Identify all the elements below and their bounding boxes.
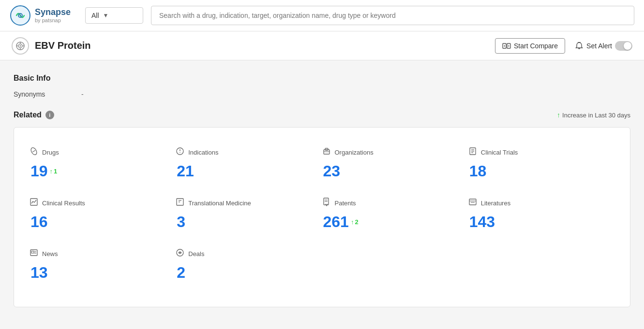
related-item-label-news: News <box>42 250 58 257</box>
related-item-count-clinical-results: 16 <box>30 213 176 231</box>
related-section: Related i ↑ Increase in Last 30 days Dru… <box>14 111 630 307</box>
related-item-label-organizations: Organizations <box>335 149 374 156</box>
related-item-organizations[interactable]: Organizations 23 <box>322 141 468 192</box>
count-number-organizations: 23 <box>323 162 341 180</box>
related-item-indications[interactable]: Indications 21 <box>176 141 322 192</box>
logo-area: Synapse by patsnap <box>10 5 77 26</box>
related-item-clinical-results[interactable]: Clinical Results 16 <box>30 192 176 243</box>
svg-point-2 <box>20 15 21 16</box>
related-header: Related i ↑ Increase in Last 30 days <box>14 111 630 119</box>
synonyms-row: Synonyms - <box>14 90 630 108</box>
target-icon <box>12 37 29 55</box>
increase-label: Increase in Last 30 days <box>562 112 630 119</box>
related-item-count-clinical-trials: 18 <box>468 162 614 180</box>
synonyms-label: Synonyms <box>14 90 72 98</box>
badge-number: 2 <box>355 218 358 226</box>
dropdown-selected-label: All <box>91 12 99 19</box>
related-item-header-organizations: Organizations <box>322 147 468 157</box>
count-number-clinical-results: 16 <box>30 213 48 231</box>
count-number-translational-medicine: 3 <box>177 213 185 231</box>
basic-info-section: Basic Info Synonyms - <box>14 74 630 108</box>
related-item-count-news: 13 <box>30 264 176 282</box>
start-compare-button[interactable]: Start Compare <box>495 38 565 54</box>
related-item-count-translational-medicine: 3 <box>176 213 322 231</box>
search-input[interactable] <box>159 12 626 19</box>
count-number-indications: 21 <box>177 162 194 180</box>
logo-text: Synapse by patsnap <box>35 8 71 23</box>
count-number-deals: 2 <box>177 264 185 282</box>
related-item-label-indications: Indications <box>188 149 218 156</box>
related-item-label-translational-medicine: Translational Medicine <box>188 200 251 207</box>
related-title: Related <box>14 111 42 119</box>
count-number-literatures: 143 <box>469 213 495 231</box>
related-item-patents[interactable]: Patents 261 ↑ 2 <box>322 192 468 243</box>
related-item-literatures[interactable]: Literatures 143 <box>468 192 614 243</box>
logo-patsnap-label: by patsnap <box>35 17 71 23</box>
increase-arrow-icon: ↑ <box>557 111 560 119</box>
related-info-icon[interactable]: i <box>45 111 54 119</box>
related-item-label-patents: Patents <box>335 200 356 207</box>
compare-icon <box>502 42 511 50</box>
patents-icon <box>322 198 331 208</box>
svg-rect-34 <box>469 199 476 205</box>
basic-info-title: Basic Info <box>14 74 630 83</box>
count-badge-drugs: ↑ 1 <box>50 168 58 175</box>
translational-medicine-icon <box>176 198 184 208</box>
svg-rect-38 <box>31 251 34 253</box>
set-alert-area: Set Alert <box>575 41 632 51</box>
svg-point-19 <box>180 152 180 153</box>
related-item-label-literatures: Literatures <box>481 200 510 207</box>
related-item-header-drugs: Drugs <box>30 147 176 157</box>
related-item-label-clinical-trials: Clinical Trials <box>481 149 518 156</box>
clinical-trials-icon <box>468 147 477 157</box>
badge-arrow-icon: ↑ <box>50 168 53 175</box>
page-title: EBV Protein <box>35 40 489 51</box>
logo-icon <box>10 5 31 26</box>
set-alert-label: Set Alert <box>586 42 612 50</box>
related-item-count-indications: 21 <box>176 162 322 180</box>
search-input-wrapper[interactable] <box>151 6 634 25</box>
page-title-bar: EBV Protein Start Compare Set Alert <box>0 31 644 60</box>
related-item-header-clinical-results: Clinical Results <box>30 198 176 208</box>
start-compare-label: Start Compare <box>514 42 558 50</box>
news-icon <box>30 248 38 259</box>
svg-rect-21 <box>325 148 328 150</box>
related-item-header-translational-medicine: Translational Medicine <box>176 198 322 208</box>
bell-icon <box>575 42 584 50</box>
related-item-label-deals: Deals <box>188 250 204 257</box>
indications-icon <box>176 147 184 157</box>
related-item-label-drugs: Drugs <box>42 149 59 156</box>
header-actions: Start Compare Set Alert <box>495 38 632 54</box>
related-card: Drugs 19 ↑ 1 Indications 21 Organization… <box>14 127 630 307</box>
related-title-area: Related i <box>14 111 54 119</box>
related-item-count-patents: 261 ↑ 2 <box>322 213 468 231</box>
related-item-header-clinical-trials: Clinical Trials <box>468 147 614 157</box>
related-item-count-deals: 2 <box>176 264 322 282</box>
logo-synapse-label: Synapse <box>35 8 71 17</box>
svg-point-42 <box>180 252 181 254</box>
related-item-translational-medicine[interactable]: Translational Medicine 3 <box>176 192 322 243</box>
svg-line-16 <box>32 150 35 152</box>
related-item-header-news: News <box>30 248 176 259</box>
related-item-drugs[interactable]: Drugs 19 ↑ 1 <box>30 141 176 192</box>
related-item-label-clinical-results: Clinical Results <box>42 200 85 207</box>
drugs-icon <box>30 147 38 157</box>
chevron-down-icon: ▼ <box>103 12 109 19</box>
count-number-clinical-trials: 18 <box>469 162 487 180</box>
set-alert-toggle[interactable] <box>615 41 632 51</box>
related-item-count-literatures: 143 <box>468 213 614 231</box>
deals-icon <box>176 248 184 259</box>
related-item-deals[interactable]: Deals 2 <box>176 243 322 293</box>
synonyms-value: - <box>81 90 84 98</box>
badge-number: 1 <box>54 168 57 175</box>
related-item-header-patents: Patents <box>322 198 468 208</box>
svg-rect-14 <box>578 42 581 43</box>
related-item-header-indications: Indications <box>176 147 322 157</box>
related-item-clinical-trials[interactable]: Clinical Trials 18 <box>468 141 614 192</box>
search-type-dropdown[interactable]: All ▼ <box>85 7 143 24</box>
main-content: Basic Info Synonyms - Related i ↑ Increa… <box>0 60 644 329</box>
related-item-news[interactable]: News 13 <box>30 243 176 293</box>
badge-arrow-icon: ↑ <box>351 218 354 226</box>
count-number-news: 13 <box>30 264 48 282</box>
literatures-icon <box>468 198 477 208</box>
